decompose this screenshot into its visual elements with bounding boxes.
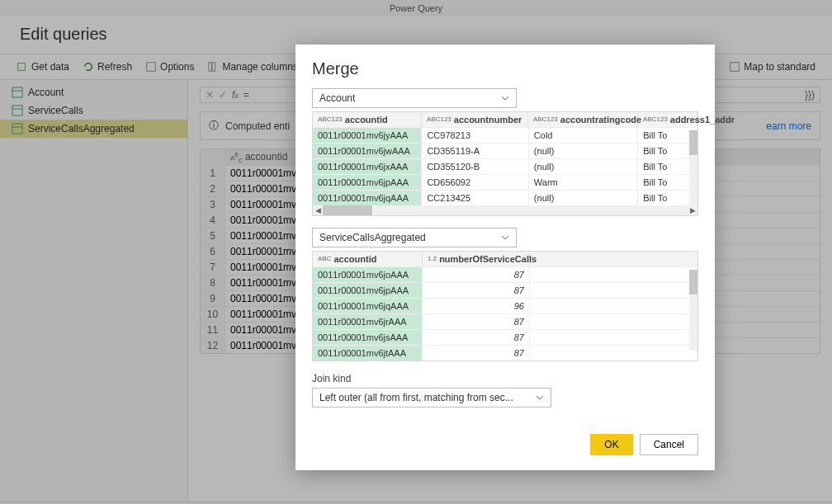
join-kind-value: Left outer (all from first, matching fro… bbox=[319, 392, 513, 403]
join-kind-label: Join kind bbox=[312, 373, 698, 384]
vertical-scrollbar[interactable] bbox=[689, 270, 697, 351]
chevron-down-icon bbox=[501, 233, 509, 242]
chevron-down-icon bbox=[536, 393, 544, 402]
table1-select[interactable]: Account bbox=[312, 88, 517, 108]
vertical-scrollbar[interactable] bbox=[689, 130, 697, 205]
join-kind-select[interactable]: Left outer (all from first, matching fro… bbox=[312, 388, 551, 407]
table2-preview[interactable]: ABC accountid1.2 numberOfServiceCalls001… bbox=[312, 251, 698, 361]
ok-button[interactable]: OK bbox=[590, 434, 632, 455]
table2-select-value: ServiceCallsAggregated bbox=[319, 232, 426, 243]
horizontal-scrollbar[interactable]: ◀▶ bbox=[313, 205, 697, 215]
chevron-down-icon bbox=[501, 94, 509, 102]
merge-dialog: Merge Account ABC123 accountidABC123 acc… bbox=[295, 45, 715, 470]
table1-select-value: Account bbox=[319, 92, 355, 104]
dialog-title: Merge bbox=[312, 59, 698, 78]
table2-select[interactable]: ServiceCallsAggregated bbox=[312, 228, 517, 247]
cancel-button[interactable]: Cancel bbox=[640, 434, 698, 455]
table1-preview[interactable]: ABC123 accountidABC123 accountnumberABC1… bbox=[312, 111, 698, 216]
